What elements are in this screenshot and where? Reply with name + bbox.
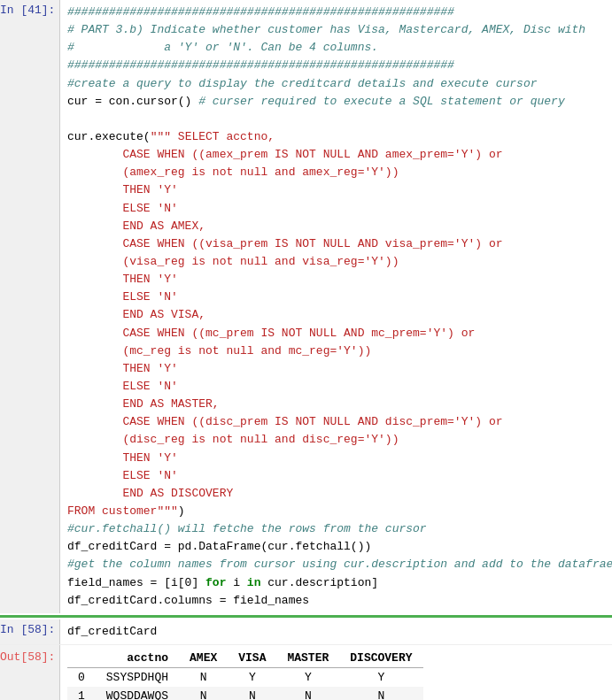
col-header-acctno: acctno — [96, 649, 179, 668]
in58-code: df_creditCard — [67, 623, 605, 641]
in41-code: ########################################… — [67, 4, 612, 610]
in58-label: In [58]: — [0, 619, 60, 644]
table-cell: Y — [339, 667, 422, 687]
col-header-visa: VISA — [228, 649, 276, 668]
table-cell: N — [276, 687, 339, 700]
in58-label-text: In [58]: — [0, 623, 55, 636]
col-header-discovery: DISCOVERY — [339, 649, 422, 668]
col-header-index — [67, 649, 96, 668]
col-header-master: MASTER — [276, 649, 339, 668]
cell-in41: In [41]: ###############################… — [0, 0, 612, 613]
col-header-amex: AMEX — [179, 649, 228, 668]
in58-content[interactable]: df_creditCard — [60, 619, 612, 644]
out58-label: Out[58]: — [0, 645, 60, 700]
table-cell: Y — [276, 667, 339, 687]
table-cell: N — [339, 687, 422, 700]
table-cell: N — [179, 667, 228, 687]
row-index-cell: 1 — [67, 687, 96, 700]
cell-out58: Out[58]: acctno AMEX VISA MASTER DISCOVE… — [0, 644, 612, 700]
row-index-cell: 0 — [67, 667, 96, 687]
table-header-row: acctno AMEX VISA MASTER DISCOVERY — [67, 649, 423, 668]
out58-content: acctno AMEX VISA MASTER DISCOVERY 0SSYSP… — [60, 645, 430, 700]
notebook: In [41]: ###############################… — [0, 0, 612, 700]
table-row: 1WQSDDAWQSNNNN — [67, 687, 423, 700]
table-cell: N — [228, 687, 276, 700]
creditcard-table: acctno AMEX VISA MASTER DISCOVERY 0SSYSP… — [67, 649, 423, 700]
table-cell: SSYSPDHQH — [96, 667, 179, 687]
out58-label-text: Out[58]: — [0, 650, 55, 664]
in41-label: In [41]: — [0, 0, 60, 613]
in41-label-text: In [41]: — [0, 4, 55, 17]
table-row: 0SSYSPDHQHNYYY — [67, 667, 423, 687]
table-cell: N — [179, 687, 228, 700]
cell-in58: In [58]: df_creditCard — [0, 619, 612, 644]
table-body: 0SSYSPDHQHNYYY1WQSDDAWQSNNNN2HHSSPSDNNNN… — [67, 667, 423, 700]
in41-content[interactable]: ########################################… — [60, 0, 612, 613]
table-cell: WQSDDAWQS — [96, 687, 179, 700]
cell-divider — [0, 615, 612, 618]
table-cell: Y — [228, 667, 276, 687]
